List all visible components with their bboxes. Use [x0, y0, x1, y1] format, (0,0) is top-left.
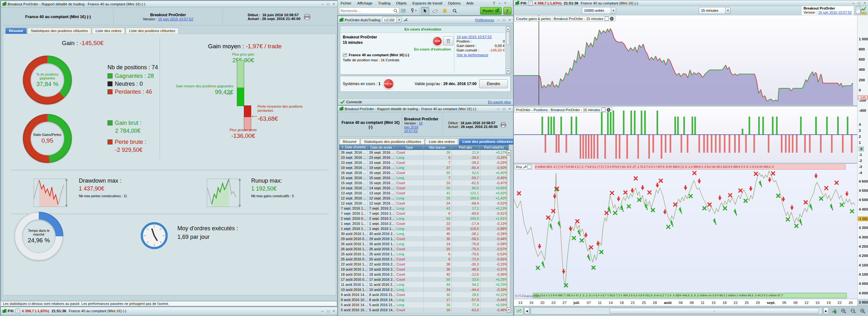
maximize-icon[interactable]: □: [326, 2, 330, 6]
ruler-tool-icon[interactable]: [431, 7, 439, 14]
column-header-5[interactable]: Perf abs: [452, 145, 480, 149]
table-row[interactable]: 18 août 2016 1...18 août 2016 2...Court4…: [340, 272, 509, 277]
pin-icon[interactable]: [492, 1, 496, 5]
units-dropdown[interactable]: 10000 unités▼: [582, 7, 616, 14]
adjust-tool-icon[interactable]: [830, 307, 838, 315]
scrollbar-thumb[interactable]: ≡: [610, 308, 819, 314]
close-icon[interactable]: ×: [332, 309, 336, 313]
minimize-icon[interactable]: –: [497, 1, 502, 5]
table-row[interactable]: 23 sept. 2016 ...23 sept. 2016 ...Long9-…: [340, 155, 509, 160]
search-input[interactable]: [339, 7, 399, 14]
minimize-icon[interactable]: –: [496, 107, 500, 111]
table-row[interactable]: 25 août 2016 0...25 août 2016 1...Court9…: [340, 257, 509, 262]
scroll-down-icon[interactable]: ▼: [506, 69, 510, 74]
table-row[interactable]: 8 août 2016 14...8 août 2016 21...Court3…: [340, 292, 509, 297]
table-row[interactable]: 17 août 2016 0...17 août 2016 2...Court5…: [340, 277, 509, 282]
table-row[interactable]: 1 sept. 2016 1...1 sept. 2016 2...Court2…: [340, 221, 509, 226]
menu-item-fichier[interactable]: Fichier: [338, 1, 354, 6]
scroll-down-icon[interactable]: ▼: [507, 308, 510, 313]
copy-icon[interactable]: [601, 108, 606, 112]
minimize-icon[interactable]: –: [496, 18, 500, 22]
zoom-in-icon[interactable]: [859, 307, 867, 315]
minimize-icon[interactable]: –: [320, 309, 324, 313]
info-icon[interactable]: i: [16, 309, 20, 313]
close-icon[interactable]: ×: [503, 1, 507, 5]
maximize-icon[interactable]: □: [502, 107, 506, 111]
column-header-6[interactable]: Perf relat(%): [480, 145, 508, 149]
table-row[interactable]: 5 août 2016 14...5 août 2016 21...Long30…: [340, 302, 509, 308]
close-icon[interactable]: ×: [863, 1, 867, 5]
menu-item-espaces-de-travail[interactable]: Espaces de travail: [409, 1, 445, 6]
table-row[interactable]: 8 août 2016 10...8 août 2016 14...Long17…: [340, 297, 509, 302]
system-version-link[interactable]: 16 juin 2016 10:57:52: [457, 35, 505, 39]
close-icon[interactable]: ×: [507, 107, 512, 111]
scroll-left-icon[interactable]: ◀: [524, 308, 529, 314]
column-header-1[interactable]: ⇧ Date d'entrée: [340, 145, 368, 149]
menu-item-options[interactable]: Options: [445, 1, 464, 6]
menu-item-aide[interactable]: Aide: [464, 1, 476, 6]
menu-item-objets[interactable]: Objets: [393, 1, 409, 6]
zoom-fit-icon[interactable]: [839, 307, 848, 315]
maximize-icon[interactable]: □: [326, 309, 330, 313]
table-row[interactable]: 11 août 2016 1...11 août 2016 2...Long44…: [340, 282, 509, 287]
report2-titlebar[interactable]: Breakout ProOrder - Rapport détaillé de …: [338, 106, 513, 112]
table-row[interactable]: 12 sept. 2016 ...12 sept. 2016 ...Court2…: [340, 201, 509, 206]
column-header-3[interactable]: Type: [395, 145, 424, 149]
table-row[interactable]: 2 sept. 2016 0...2 sept. 2016 2...Long50…: [340, 216, 509, 221]
table-row[interactable]: 14 sept. 2016 ...14 sept. 2016 ...Court5…: [340, 185, 509, 190]
tab-r-sum-[interactable]: Résumé: [5, 28, 27, 34]
timeframe-dropdown[interactable]: 15 minutes▼: [699, 7, 731, 14]
scroll-up-icon[interactable]: ▲: [507, 150, 510, 155]
preferences-link[interactable]: Préférences: [475, 18, 494, 22]
column-header-4[interactable]: Nbr barres: [424, 145, 452, 149]
tab-statistiques-des-positions-cl-tur-es[interactable]: Statistiques des positions clôturées: [361, 138, 425, 144]
table-row[interactable]: 15 sept. 2016 ...15 sept. 2016 ...Long7-…: [340, 175, 509, 180]
maximize-icon[interactable]: □: [502, 18, 506, 22]
positions-pane[interactable]: ProOrder - Positions : Breakout ProOrder…: [514, 106, 857, 163]
version-link[interactable]: 16 juin 2016 10:57:52: [818, 10, 852, 14]
version-link[interactable]: 10:57:52: [404, 129, 418, 133]
stop-button[interactable]: STOP: [432, 36, 442, 46]
close-icon[interactable]: ×: [607, 108, 611, 112]
push-button[interactable]: Push+: [480, 7, 502, 14]
table-row[interactable]: 1 sept. 2016 1...1 sept. 2016 1...Long16…: [340, 226, 509, 231]
table-row[interactable]: 19 sept. 2016 ...19 sept. 2016 ...Long37…: [340, 165, 509, 170]
scrollbar-vertical[interactable]: ▲ ▼: [505, 26, 510, 74]
table-row[interactable]: 5 août 2016 10...5 août 2016 14...Court1…: [340, 308, 509, 313]
menu-item-trading[interactable]: Trading: [375, 1, 393, 6]
autotrading-titlebar[interactable]: ProOrder AutoTrading LCJ32▼ Préférences …: [338, 16, 513, 24]
tab-liste-des-ordres[interactable]: Liste des ordres: [425, 138, 458, 144]
function-button[interactable]: ƒ: [503, 7, 512, 14]
tab-r-sum-[interactable]: Résumé: [339, 138, 360, 144]
extend-button[interactable]: Étendre: [479, 79, 508, 88]
table-row[interactable]: 25 août 2016 1...25 août 2016 1...Long6-…: [340, 251, 509, 257]
menu-item-affichage[interactable]: Affichage: [354, 1, 375, 6]
chart-settings-icon[interactable]: [515, 307, 523, 315]
table-row[interactable]: 23 sept. 2016 ...23 sept. 2016 ...Court7…: [340, 160, 509, 165]
version-link[interactable]: juin 2016: [404, 125, 418, 129]
maximize-icon[interactable]: □: [857, 1, 861, 5]
wrench-icon[interactable]: [402, 17, 409, 23]
column-header-2[interactable]: Date de sortie: [368, 145, 395, 149]
trash-button[interactable]: [443, 36, 454, 45]
alert-bell-icon[interactable]: [441, 7, 449, 14]
copy-icon[interactable]: [527, 165, 531, 169]
table-row[interactable]: 26 sept. 2016 ...26 sept. 2016 ...Court2…: [340, 150, 509, 155]
table-row[interactable]: 29 août 2016 0...29 août 2016 1...Court3…: [340, 236, 509, 241]
table-row[interactable]: 26 août 2016 1...26 août 2016 1...Court2…: [340, 246, 509, 251]
copy-icon[interactable]: [605, 16, 609, 21]
table-scrollbar[interactable]: ▲ ▼: [506, 150, 511, 313]
equity-pane[interactable]: Courbe gains & pertes : Breakout ProOrde…: [514, 15, 857, 105]
minimize-icon[interactable]: –: [851, 1, 856, 5]
table-row[interactable]: 30 août 2016 1...30 août 2016 2...Long45…: [340, 231, 509, 236]
wrench-icon[interactable]: [523, 165, 527, 169]
table-row[interactable]: 12 sept. 2016 ...12 sept. 2016 ...Long25…: [340, 196, 509, 201]
pxi-minimized-bar[interactable]: PXI i 4 398,7 (-1,83%) 21:51:36 France 4…: [1, 307, 338, 316]
tab-statistiques-des-positions-cl-tur-es[interactable]: Statistiques des positions clôturées: [27, 28, 92, 34]
table-row[interactable]: 19 août 2016 1...19 août 2016 2...Court3…: [340, 267, 509, 272]
printer-icon[interactable]: [500, 122, 506, 128]
tab-liste-des-positions-cl-tur-es[interactable]: Liste des positions clôturées: [126, 28, 178, 34]
zoom-tool-icon[interactable]: [451, 7, 459, 14]
learn-more-link[interactable]: En savoir plus: [488, 100, 511, 104]
table-row[interactable]: 13 sept. 2016 ...13 sept. 2016 ...Court4…: [340, 190, 509, 196]
